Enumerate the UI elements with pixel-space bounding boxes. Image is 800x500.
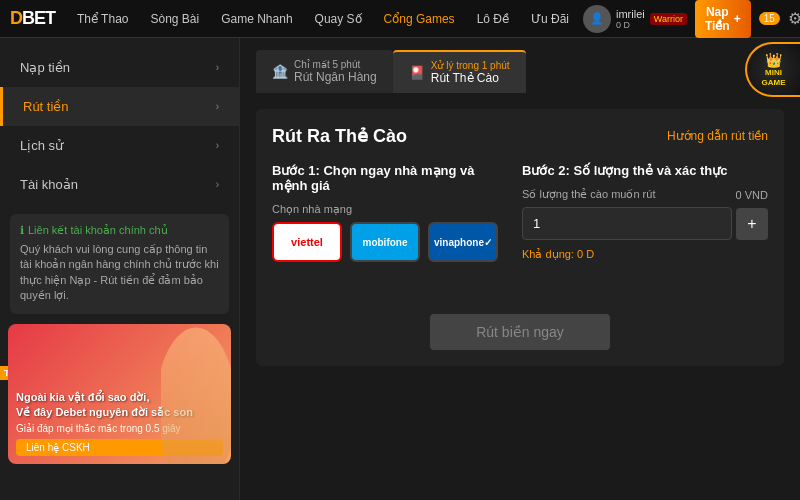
user-name: imrilei <box>616 8 645 20</box>
logo-d: D <box>10 8 22 28</box>
amount-row: + <box>522 207 768 240</box>
chevron-right-icon2: › <box>216 140 219 151</box>
notification-badge[interactable]: 15 <box>759 12 780 25</box>
person-decoration <box>161 324 231 464</box>
guide-link[interactable]: Hướng dẫn rút tiền <box>667 129 768 143</box>
rut-tien-label: Rút tiền <box>23 99 69 114</box>
sidebar: Nạp tiền › Rút tiền › Lịch sử › Tài khoả… <box>0 38 240 500</box>
content-area: 🏦 Chỉ mất 5 phút Rút Ngân Hàng 🎴 Xử lý t… <box>240 38 800 500</box>
tab-rut-ngan-hang-sub: Chỉ mất 5 phút <box>294 59 377 70</box>
step2-title: Bước 2: Số lượng thẻ và xác thực <box>522 163 768 178</box>
nap-tien-label: Nap Tiền <box>705 5 730 33</box>
page-title: Rút Ra Thẻ Cào <box>272 125 407 147</box>
carrier-viettel[interactable]: viettel <box>272 222 342 262</box>
nav-item-uu-dai[interactable]: Ưu Đãi <box>523 8 577 30</box>
tab-rut-the-cao-label: Rút Thẻ Cào <box>431 71 510 85</box>
nav-item-lo-de[interactable]: Lô Đề <box>469 8 517 30</box>
plus-icon: + <box>734 12 741 26</box>
avatar: 👤 <box>583 5 611 33</box>
user-balance: 0 D <box>616 20 645 30</box>
mini-game-badge[interactable]: 👑 MINIGAME <box>745 42 800 97</box>
crown-icon: 👑 <box>765 52 782 68</box>
sidebar-item-lich-su[interactable]: Lịch sử › <box>0 126 239 165</box>
sidebar-item-rut-tien[interactable]: Rút tiền › <box>0 87 239 126</box>
chevron-right-active-icon: › <box>216 101 219 112</box>
card-area: Rút Ra Thẻ Cào Hướng dẫn rút tiền Bước 1… <box>256 109 784 366</box>
card-icon: 🎴 <box>409 65 425 80</box>
amount-label: Số lượng thẻ cào muốn rút <box>522 188 655 201</box>
lich-su-label: Lịch sử <box>20 138 63 153</box>
chevron-right-icon: › <box>216 62 219 73</box>
info-title: ℹ Liên kết tài khoản chính chủ <box>20 224 219 237</box>
carrier-options: viettel mobifone vinaphone✓ <box>272 222 498 262</box>
available-value: 0 D <box>577 248 594 260</box>
user-info[interactable]: 👤 imrilei 0 D Warrior <box>583 5 687 33</box>
plus-button[interactable]: + <box>736 208 768 240</box>
carrier-label: Chọn nhà mạng <box>272 203 498 216</box>
col-right: Bước 2: Số lượng thẻ và xác thực Số lượn… <box>522 163 768 274</box>
nav-item-quay-so[interactable]: Quay Số <box>307 8 370 30</box>
logo-bet: BET <box>22 8 55 28</box>
info-box: ℹ Liên kết tài khoản chính chủ Quý khách… <box>10 214 229 314</box>
step1-title: Bước 1: Chọn ngay nhà mạng và mệnh giá <box>272 163 498 193</box>
sidebar-item-nap-tien[interactable]: Nạp tiền › <box>0 48 239 87</box>
tab-bar: 🏦 Chỉ mất 5 phút Rút Ngân Hàng 🎴 Xử lý t… <box>256 50 784 93</box>
tai-khoan-label: Tài khoản <box>20 177 78 192</box>
sidebar-item-tai-khoan[interactable]: Tài khoản › <box>0 165 239 204</box>
top-navigation: DBET Thể Thao Sòng Bài Game Nhanh Quay S… <box>0 0 800 38</box>
mini-game-label: MINIGAME <box>762 68 786 87</box>
tab-rut-ngan-hang-label: Rút Ngân Hàng <box>294 70 377 84</box>
amount-label-row: Số lượng thẻ cào muốn rút 0 VND <box>522 188 768 201</box>
tab-rut-the-cao[interactable]: 🎴 Xử lý trong 1 phút Rút Thẻ Cào <box>393 50 526 93</box>
settings-icon[interactable]: ⚙ <box>788 9 800 28</box>
nap-tien-label: Nạp tiền <box>20 60 70 75</box>
tab-rut-the-cao-sub: Xử lý trong 1 phút <box>431 60 510 71</box>
col-left: Bước 1: Chọn ngay nhà mạng và mệnh giá C… <box>272 163 498 274</box>
logo[interactable]: DBET <box>10 8 55 29</box>
info-text: Quý khách vui lòng cung cấp thông tin tà… <box>20 242 219 304</box>
quantity-input[interactable] <box>522 207 732 240</box>
amount-value: 0 VND <box>736 189 768 201</box>
sidebar-banner: Ngoài kia vật đổi sao dời, Về đây Debet … <box>8 324 231 464</box>
two-column-layout: Bước 1: Chọn ngay nhà mạng và mệnh giá C… <box>272 163 768 274</box>
vinaphone-label: vinaphone✓ <box>434 237 492 248</box>
carrier-vinaphone[interactable]: vinaphone✓ <box>428 222 498 262</box>
nav-right: 👤 imrilei 0 D Warrior Nap Tiền + 15 ⚙ <box>583 0 800 38</box>
warrior-badge: Warrior <box>650 13 687 25</box>
nav-item-the-thao[interactable]: Thể Thao <box>69 8 136 30</box>
viettel-label: viettel <box>291 236 323 248</box>
mobifone-label: mobifone <box>363 237 408 248</box>
nav-item-cong-games[interactable]: Cổng Games <box>376 8 463 30</box>
nav-item-song-bai[interactable]: Sòng Bài <box>142 8 207 30</box>
carrier-mobifone[interactable]: mobifone <box>350 222 420 262</box>
submit-button[interactable]: Rút biền ngay <box>430 314 610 350</box>
tab-rut-ngan-hang[interactable]: 🏦 Chỉ mất 5 phút Rút Ngân Hàng <box>256 50 393 93</box>
nav-item-game-nhanh[interactable]: Game Nhanh <box>213 8 300 30</box>
info-icon: ℹ <box>20 224 24 237</box>
main-layout: Nạp tiền › Rút tiền › Lịch sử › Tài khoả… <box>0 38 800 500</box>
bank-icon: 🏦 <box>272 64 288 79</box>
chevron-right-icon3: › <box>216 179 219 190</box>
nap-tien-button[interactable]: Nap Tiền + <box>695 0 751 38</box>
available-balance: Khả dụng: 0 D <box>522 248 768 261</box>
